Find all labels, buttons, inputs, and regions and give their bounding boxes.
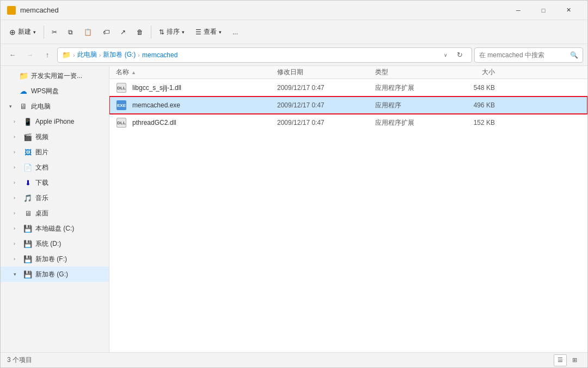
- sidebar-arrow-docs: ›: [14, 165, 20, 170]
- col-name-label: 名称: [116, 68, 129, 77]
- forward-button[interactable]: →: [22, 47, 38, 63]
- paste-button[interactable]: 📋: [79, 26, 96, 39]
- status-count: 3 个项目: [7, 355, 32, 365]
- window-icon: [7, 6, 16, 15]
- search-input[interactable]: [479, 51, 570, 59]
- sort-dropdown-icon: ▾: [182, 29, 185, 35]
- search-icon: 🔍: [570, 51, 578, 59]
- sidebar-arrow-video: ›: [14, 134, 20, 140]
- sidebar-item-iphone[interactable]: › 📱 Apple iPhone: [1, 114, 109, 129]
- title-bar: memcached ─ □ ✕: [1, 1, 587, 20]
- breadcrumb-folder[interactable]: memcached: [142, 51, 177, 59]
- more-label: ...: [232, 28, 238, 36]
- file-list: DLL libgcc_s_sjlj-1.dll 2009/12/17 0:47 …: [109, 79, 587, 352]
- minimize-button[interactable]: ─: [506, 1, 531, 20]
- sidebar-label-devtools: 开发实用篇一资...: [31, 71, 82, 81]
- file-row-memcached[interactable]: EXE memcached.exe 2009/12/17 0:47 应用程序 4…: [109, 96, 587, 114]
- file-size-libgcc: 548 KB: [451, 84, 495, 92]
- breadcrumb-thispc[interactable]: 此电脑: [77, 50, 97, 59]
- sidebar-label-images: 图片: [35, 148, 48, 157]
- status-bar: 3 个项目 ☰ ⊞: [1, 352, 587, 367]
- file-type-libgcc: 应用程序扩展: [375, 83, 451, 93]
- copy-icon: ⧉: [68, 28, 73, 36]
- sidebar-item-devtools[interactable]: 📁 开发实用篇一资...: [1, 68, 109, 83]
- window-title: memcached: [20, 6, 506, 14]
- up-button[interactable]: ↑: [40, 47, 55, 63]
- file-row-libgcc[interactable]: DLL libgcc_s_sjlj-1.dll 2009/12/17 0:47 …: [109, 79, 587, 96]
- cut-icon: ✂: [52, 28, 57, 36]
- drive-d-icon: 💾: [23, 239, 32, 248]
- sidebar-item-docs[interactable]: › 📄 文档: [1, 160, 109, 175]
- sidebar-arrow-iphone: ›: [14, 119, 20, 124]
- sidebar-item-video[interactable]: › 🎬 视频: [1, 129, 109, 144]
- window-controls: ─ □ ✕: [506, 1, 581, 20]
- column-header: 名称 ▲ 修改日期 类型 大小: [109, 66, 587, 79]
- sidebar-arrow-systemd: ›: [14, 241, 20, 246]
- close-button[interactable]: ✕: [556, 1, 581, 20]
- sidebar-label-docs: 文档: [35, 163, 48, 172]
- copy-button[interactable]: ⧉: [64, 26, 77, 39]
- sidebar-item-systemd[interactable]: › 💾 系统 (D:): [1, 236, 109, 251]
- file-type-memcached: 应用程序: [375, 101, 451, 110]
- sidebar-arrow-newvolf: ›: [14, 256, 20, 262]
- breadcrumb-arrow-1: ›: [73, 52, 75, 58]
- sort-button[interactable]: ⇅ 排序 ▾: [155, 25, 189, 39]
- delete-button[interactable]: 🗑: [132, 26, 148, 39]
- sidebar-item-desktop[interactable]: › 🖥 桌面: [1, 206, 109, 221]
- new-button[interactable]: ⊕ 新建 ▾: [5, 25, 40, 39]
- dll-icon-pthread: DLL: [116, 117, 127, 128]
- drive-f-icon: 💾: [23, 255, 32, 263]
- col-header-type[interactable]: 类型: [375, 68, 451, 77]
- rename-button[interactable]: 🏷: [99, 26, 114, 39]
- sidebar-label-localc: 本地磁盘 (C:): [35, 224, 74, 233]
- sidebar-item-newvolf[interactable]: › 💾 新加卷 (F:): [1, 251, 109, 267]
- back-button[interactable]: ←: [5, 47, 20, 63]
- col-header-size[interactable]: 大小: [451, 68, 495, 77]
- sidebar-item-newvolg[interactable]: ▾ 💾 新加卷 (G:): [1, 267, 109, 282]
- sidebar-arrow-desktop: ›: [14, 210, 20, 216]
- sidebar-item-images[interactable]: › 🖼 图片: [1, 144, 109, 160]
- col-header-date[interactable]: 修改日期: [277, 68, 375, 77]
- maximize-button[interactable]: □: [531, 1, 556, 20]
- file-area: 名称 ▲ 修改日期 类型 大小 DL: [109, 66, 587, 352]
- more-button[interactable]: ...: [228, 26, 242, 39]
- cut-button[interactable]: ✂: [47, 26, 62, 39]
- view-dropdown-icon: ▾: [219, 29, 222, 35]
- refresh-button[interactable]: ↻: [452, 47, 467, 63]
- col-header-name[interactable]: 名称 ▲: [114, 68, 277, 77]
- list-view-button[interactable]: ☰: [554, 354, 567, 366]
- grid-view-button[interactable]: ⊞: [568, 354, 581, 366]
- col-size-label: 大小: [482, 68, 495, 76]
- sidebar-arrow-images: ›: [14, 149, 20, 155]
- exe-icon-memcached: EXE: [116, 100, 127, 111]
- sidebar-item-wps[interactable]: ☁ WPS网盘: [1, 83, 109, 99]
- view-label: 查看: [204, 27, 217, 37]
- sidebar-item-thispc[interactable]: ▾ 🖥 此电脑: [1, 99, 109, 114]
- sidebar-item-localc[interactable]: › 💾 本地磁盘 (C:): [1, 221, 109, 236]
- file-date-libgcc: 2009/12/17 0:47: [277, 84, 375, 92]
- file-type-pthread: 应用程序扩展: [375, 118, 451, 128]
- toolbar-sep-1: [44, 26, 44, 39]
- sidebar-label-wps: WPS网盘: [31, 87, 59, 96]
- view-button[interactable]: ☰ 查看 ▾: [191, 25, 226, 39]
- docs-icon: 📄: [23, 163, 32, 172]
- sidebar-label-downloads: 下载: [35, 178, 48, 188]
- sidebar-label-systemd: 系统 (D:): [35, 239, 61, 249]
- sidebar-item-music[interactable]: › 🎵 音乐: [1, 190, 109, 206]
- col-type-label: 类型: [375, 68, 388, 76]
- sort-icon: ⇅: [159, 28, 164, 36]
- address-dropdown-icon[interactable]: ∨: [441, 51, 450, 59]
- share-button[interactable]: ↗: [116, 26, 130, 39]
- paste-icon: 📋: [84, 28, 92, 36]
- file-row-pthread[interactable]: DLL pthreadGC2.dll 2009/12/17 0:47 应用程序扩…: [109, 114, 587, 131]
- breadcrumb-drive[interactable]: 新加卷 (G:): [103, 50, 136, 59]
- main-content: 📁 开发实用篇一资... ☁ WPS网盘 ▾ 🖥 此电脑 › 📱 Apple i…: [1, 66, 587, 352]
- toolbar-sep-2: [151, 26, 151, 39]
- desktop-icon: 🖥: [23, 209, 32, 218]
- drive-c-icon: 💾: [23, 224, 32, 233]
- new-label: 新建: [18, 27, 31, 37]
- breadcrumb-arrow-2: ›: [99, 52, 101, 58]
- breadcrumb-icon: 📁: [62, 51, 71, 59]
- sidebar-item-downloads[interactable]: › ⬇ 下载: [1, 175, 109, 190]
- explorer-window: memcached ─ □ ✕ ⊕ 新建 ▾ ✂ ⧉ 📋 🏷 ↗ 🗑: [0, 0, 588, 368]
